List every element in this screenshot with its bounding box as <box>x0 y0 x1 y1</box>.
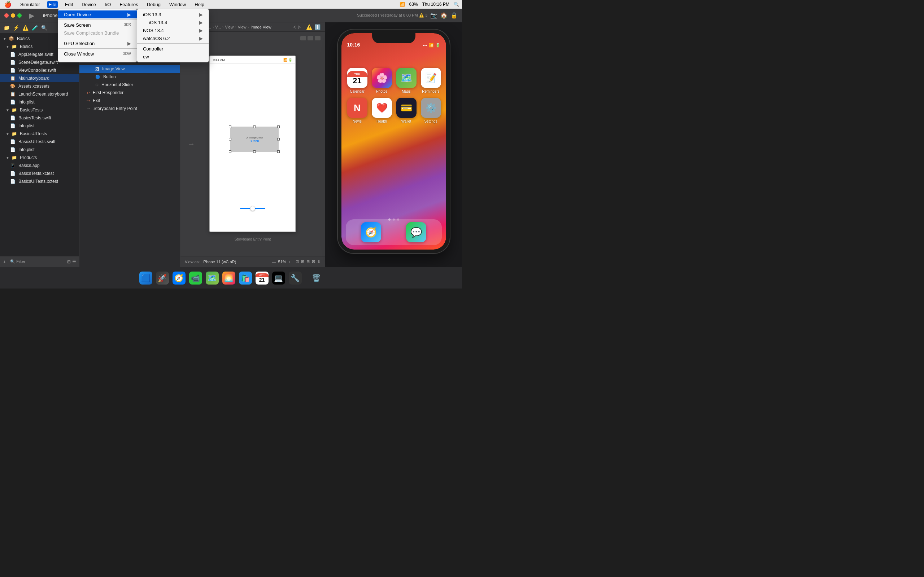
zoom-out-button[interactable]: — <box>272 259 276 264</box>
menu-file[interactable]: File <box>47 1 58 8</box>
ios-app-reminders[interactable]: 📝 Reminders <box>421 68 441 93</box>
menu-window[interactable]: Window <box>168 1 187 8</box>
menu-io[interactable]: I/O <box>103 1 112 8</box>
submenu-ios-133[interactable]: iOS 13.3 ▶ <box>137 10 208 18</box>
group-basicsuitests[interactable]: ▼ 📁 BasicsUITests <box>0 130 79 138</box>
menu-features[interactable]: Features <box>118 1 139 8</box>
breadcrumb-image-view[interactable]: Image View <box>250 25 271 29</box>
list-icon[interactable]: ☰ <box>72 259 76 264</box>
ios-app-calendar[interactable]: THU 21 Calendar <box>347 68 367 93</box>
file-basicsuitests-xctest[interactable]: 📄 BasicsUITests.xctest <box>0 177 79 185</box>
canvas-btn-3[interactable] <box>315 36 320 40</box>
breadcrumb-forward[interactable]: ▷ <box>298 24 301 29</box>
submenu-item-label: tvOS 13.4 <box>143 28 164 33</box>
search-icon[interactable]: 🔍 <box>454 2 459 7</box>
file-basicstests-xctest[interactable]: 📄 BasicsTests.xctest <box>0 169 79 177</box>
back-button[interactable]: ▶ <box>29 11 34 20</box>
canvas-btn-1[interactable] <box>300 36 306 40</box>
nav-storyboard-entry[interactable]: → Storyboard Entry Point <box>79 105 180 113</box>
menu-edit[interactable]: Edit <box>63 1 74 8</box>
file-basicstests-swift[interactable]: 📄 BasicsTests.swift <box>0 114 79 122</box>
submenu-ios-134[interactable]: — iOS 13.4 ▶ <box>137 18 208 26</box>
file-basics-app[interactable]: 📱 Basics.app <box>0 161 79 169</box>
search-sidebar-icon[interactable]: 🔍 <box>40 24 48 31</box>
lock-icon[interactable]: 🔒 <box>451 12 458 19</box>
nav-button[interactable]: 🔵 Button <box>79 73 180 81</box>
submenu-watchos-62[interactable]: watchOS 6.2 ▶ <box>137 34 208 42</box>
menu-gpu-selection[interactable]: GPU Selection ▶ <box>58 39 137 47</box>
file-basicsuitests-swift[interactable]: 📄 BasicsUITests.swift <box>0 138 79 146</box>
dock-finder[interactable]: 🟦 <box>138 271 153 285</box>
submenu-ew[interactable]: ew <box>137 53 208 61</box>
grid-icon[interactable]: ⊞ <box>67 259 71 264</box>
maximize-button[interactable] <box>17 13 22 18</box>
zoom-in-button[interactable]: + <box>288 259 291 264</box>
ios-app-news[interactable]: N News <box>347 98 367 123</box>
file-assets[interactable]: 🎨 Assets.xcassets <box>0 82 79 90</box>
menu-help[interactable]: Help <box>193 1 206 8</box>
dock-calendar[interactable]: APR 21 <box>254 271 270 285</box>
ios-app-wallet[interactable]: 💳 Wallet <box>396 98 417 123</box>
assets-icon: 🎨 <box>10 84 16 89</box>
nav-slider[interactable]: ⊙ Horizontal Slider <box>79 81 180 89</box>
menu-device[interactable]: Device <box>80 1 97 8</box>
menu-close-window[interactable]: Close Window ⌘W <box>58 50 137 58</box>
distribute-button[interactable]: ⊠ <box>312 259 315 264</box>
arrange-button[interactable]: ⊞ <box>301 259 304 264</box>
info-icon[interactable]: ℹ️ <box>314 24 320 30</box>
add-file-button[interactable]: + <box>3 259 6 265</box>
minimize-button[interactable] <box>11 13 15 18</box>
dock-terminal[interactable]: 💻 <box>271 271 286 285</box>
folder-icon[interactable]: 📁 <box>3 24 10 31</box>
dock-safari[interactable]: 🧭 <box>171 271 187 285</box>
dock-launchpad[interactable]: 🚀 <box>155 271 170 285</box>
dock-trash[interactable]: 🗑️ <box>309 271 324 285</box>
camera-icon[interactable]: 📷 <box>430 12 438 19</box>
menu-open-device[interactable]: Open Device ▶ <box>58 10 137 18</box>
ios-app-maps[interactable]: 🗺️ Maps <box>396 68 417 93</box>
nav-image-view[interactable]: 🖼 Image View <box>79 65 180 73</box>
nav-exit[interactable]: ↪ Exit <box>79 97 180 105</box>
breadcrumb-v3[interactable]: V... <box>215 25 221 29</box>
dock-devtools[interactable]: 🔧 <box>288 271 303 285</box>
nav-first-responder[interactable]: ↩ First Responder <box>79 89 180 97</box>
ios-app-photos[interactable]: 🌸 Photos <box>372 68 392 93</box>
group-basicstests[interactable]: ▼ 📁 BasicsTests <box>0 106 79 114</box>
submenu-controller[interactable]: Controller <box>137 45 208 53</box>
ios-app-settings[interactable]: ⚙️ Settings <box>421 98 441 123</box>
breadcrumb-back[interactable]: ◁ <box>293 24 296 29</box>
dock-facetime[interactable]: 📹 <box>188 271 203 285</box>
ios-dock-safari[interactable]: 🧭 <box>361 222 381 242</box>
ios-app-health[interactable]: ❤️ Health <box>372 98 392 123</box>
fit-button[interactable]: ⊡ <box>296 259 299 264</box>
file-viewcontroller[interactable]: 📄 ViewController.swift <box>0 66 79 74</box>
submenu-tvos-134[interactable]: tvOS 13.4 ▶ <box>137 26 208 34</box>
apple-menu[interactable]: 🍎 <box>3 0 13 9</box>
ios-dock-messages[interactable]: 💬 <box>406 222 426 242</box>
image-view-selected[interactable]: UIImageView Button <box>230 127 279 152</box>
menu-simulator[interactable]: Simulator <box>19 1 42 8</box>
home-icon[interactable]: 🏠 <box>440 12 447 19</box>
menu-debug[interactable]: Debug <box>145 1 162 8</box>
close-button[interactable] <box>4 13 9 18</box>
dock-photos[interactable]: 🌅 <box>221 271 236 285</box>
download-icon[interactable]: ⬇ <box>317 259 320 264</box>
menu-save-screen[interactable]: Save Screen ⌘S <box>58 21 137 29</box>
slider-container[interactable] <box>236 205 269 212</box>
file-main-storyboard[interactable]: 📋 Main.storyboard <box>0 74 79 82</box>
file-launchscreen[interactable]: 📋 LaunchScreen.storyboard <box>0 90 79 98</box>
warning-icon[interactable]: ⚠️ <box>22 24 29 31</box>
dock-maps[interactable]: 🗺️ <box>205 271 220 285</box>
breadcrumb-view2[interactable]: View <box>238 25 247 29</box>
source-icon[interactable]: ⚡ <box>12 24 19 31</box>
file-info-plist-3[interactable]: 📄 Info.plist <box>0 146 79 154</box>
canvas-btn-2[interactable] <box>307 36 313 40</box>
file-info-plist-2[interactable]: 📄 Info.plist <box>0 122 79 130</box>
breadcrumb-view1[interactable]: View <box>225 25 234 29</box>
warning-badge[interactable]: ⚠️ <box>306 24 312 30</box>
test-icon[interactable]: 🧪 <box>31 24 38 31</box>
file-info-plist-1[interactable]: 📄 Info.plist <box>0 98 79 106</box>
group-products[interactable]: ▼ 📁 Products <box>0 154 79 161</box>
align-button[interactable]: ⊟ <box>307 259 310 264</box>
dock-appstore[interactable]: 🛍️ <box>238 271 253 285</box>
